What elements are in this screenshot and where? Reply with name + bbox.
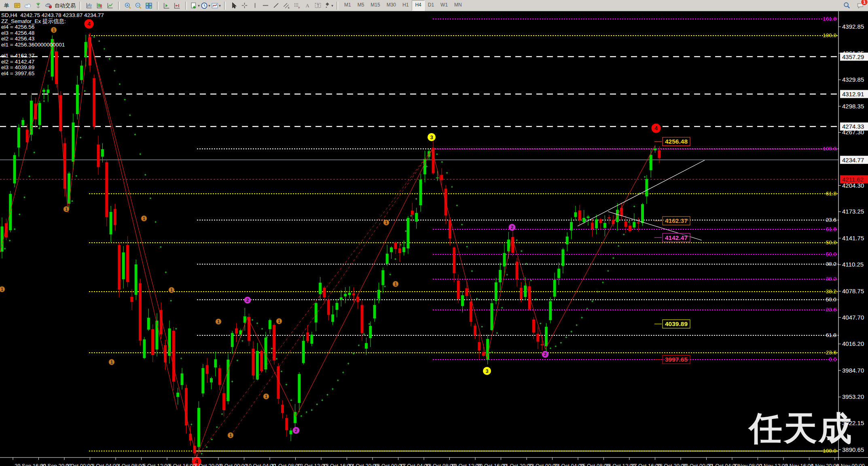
fibonacci-icon[interactable]: F: [292, 0, 302, 11]
autotrade-icon: [45, 2, 52, 9]
svg-text:3: 3: [485, 368, 488, 374]
timeframe-m1[interactable]: M1: [341, 0, 354, 11]
tile-windows-icon: [145, 2, 152, 9]
resistance-lines: [0, 57, 838, 127]
timeframe-m5[interactable]: M5: [354, 0, 368, 11]
svg-text:61.8: 61.8: [826, 226, 836, 232]
candles: [1, 33, 661, 456]
svg-text:1: 1: [217, 320, 220, 324]
timeframe-d1[interactable]: D1: [425, 0, 437, 11]
trendline-icon[interactable]: [271, 0, 281, 11]
svg-text:4211.62: 4211.62: [842, 176, 864, 183]
svg-text:E: E: [288, 6, 290, 9]
toolbar-group-scroll: [160, 0, 184, 11]
crosshair-icon[interactable]: [239, 0, 250, 11]
search-icon[interactable]: [841, 0, 852, 11]
time-axis[interactable]: 29 Sep 16:0030 Sep 20:002 Oct 00:003 Oct…: [13, 458, 865, 466]
timeframe-mn[interactable]: MN: [451, 0, 465, 11]
chart-info-overlay: SD,H4 4242.75 4243.78 4233.87 4234.77ZZ_…: [1, 13, 104, 76]
notifications-button[interactable]: 1: [855, 0, 866, 11]
price-axis[interactable]: 4392.854361.354329.854298.354267.304204.…: [0, 11, 868, 460]
toolbar-group-zoom: [121, 0, 155, 11]
svg-text:4039.89: 4039.89: [665, 320, 688, 327]
equidistant-channel-icon: E: [283, 2, 290, 9]
auto-scroll-icon: [163, 2, 170, 9]
svg-text:4016.20: 4016.20: [842, 340, 864, 347]
horizontal-line-icon[interactable]: [260, 0, 271, 11]
autotrade-label[interactable]: 自动交易: [54, 2, 76, 9]
svg-text:50.0: 50.0: [826, 239, 836, 246]
line-chart-icon: [107, 2, 114, 9]
zoom-in-icon[interactable]: [123, 0, 133, 11]
new-order-button[interactable]: 单: [1, 0, 12, 11]
timeframe-w1[interactable]: W1: [437, 0, 451, 11]
price-tag-labels: 4256.484162.374142.474039.893997.65: [654, 137, 690, 364]
arrows-shapes-icon: [324, 2, 331, 9]
cloud-icon: [24, 2, 31, 9]
horizontal-line-icon: [262, 2, 269, 9]
svg-text:100.0: 100.0: [823, 32, 836, 38]
svg-text:38.2: 38.2: [826, 288, 836, 294]
chart-shift-icon: [174, 2, 181, 9]
zigzag-lines: [0, 34, 655, 457]
chevron-down-icon: ▾: [208, 4, 210, 8]
text-icon: A: [304, 2, 311, 9]
info-line: el4 = 3997.65: [1, 71, 104, 77]
candlestick-chart-icon: [96, 2, 103, 9]
svg-text:50.0: 50.0: [826, 297, 836, 303]
svg-text:4110.25: 4110.25: [842, 261, 864, 268]
zoom-out-icon[interactable]: [133, 0, 144, 11]
journal-icon[interactable]: [12, 0, 22, 11]
fib-lines: [89, 19, 838, 451]
svg-text:1 Nov 08:00: 1 Nov 08:00: [734, 463, 762, 466]
svg-text:4 Oct 08:00: 4 Oct 08:00: [117, 463, 144, 466]
svg-text:3997.65: 3997.65: [665, 356, 688, 363]
svg-text:2 Nov 12:00: 2 Nov 12:00: [760, 463, 788, 466]
journal-icon: [14, 2, 21, 9]
equidistant-channel-icon[interactable]: E: [281, 0, 292, 11]
timeframe-h1[interactable]: H1: [399, 0, 412, 11]
svg-text:2: 2: [295, 428, 297, 433]
svg-text:23.6: 23.6: [826, 350, 836, 356]
new-chart-icon[interactable]: ▾: [190, 0, 200, 11]
info-line: el4 = 4256.56: [1, 24, 104, 30]
chevron-down-icon: ▾: [219, 4, 221, 8]
toolbar-separator: [79, 2, 81, 10]
bar-chart-icon[interactable]: [84, 0, 94, 11]
tile-windows-icon[interactable]: [144, 0, 154, 11]
candlestick-chart-icon[interactable]: [94, 0, 105, 11]
svg-text:1: 1: [1, 287, 3, 292]
arrows-shapes-icon[interactable]: ▾: [323, 0, 334, 11]
cloud-icon[interactable]: [22, 0, 33, 11]
toolbar-group-charttype: [83, 0, 116, 11]
info-line: el2 = 4142.47: [1, 59, 104, 65]
toolbar-separator: [118, 2, 120, 10]
indicators-icon[interactable]: ▾: [211, 0, 221, 11]
crosshair-icon: [241, 2, 248, 9]
notification-badge: 1: [861, 0, 868, 6]
cursor-icon[interactable]: [229, 0, 239, 11]
svg-text:4173.25: 4173.25: [842, 208, 864, 215]
svg-text:4357.29: 4357.29: [842, 53, 864, 60]
text-icon[interactable]: A: [302, 0, 313, 11]
cursor-icon: [231, 2, 237, 9]
svg-text:4329.85: 4329.85: [842, 76, 864, 83]
line-chart-icon[interactable]: [105, 0, 115, 11]
signal-icon[interactable]: [33, 0, 43, 11]
timeframe-m15[interactable]: M15: [367, 0, 383, 11]
period-clock-icon[interactable]: ▾: [200, 0, 211, 11]
chart-shift-icon[interactable]: [172, 0, 182, 11]
vertical-line-icon[interactable]: [250, 0, 260, 11]
timeframe-h4[interactable]: H4: [412, 0, 424, 11]
auto-scroll-icon[interactable]: [161, 0, 172, 11]
svg-text:23.6: 23.6: [826, 217, 836, 223]
svg-text:4078.75: 4078.75: [842, 288, 864, 294]
svg-text:0.0: 0.0: [829, 356, 836, 362]
timeframe-m30[interactable]: M30: [383, 0, 399, 11]
text-label-icon[interactable]: T: [313, 0, 323, 11]
info-line: el2 = 4256.43: [1, 36, 104, 42]
info-line: el3 = 4039.89: [1, 65, 104, 71]
autotrade-icon[interactable]: [43, 0, 54, 11]
chart-surface[interactable]: 4256.484162.374142.474039.893997.6511111…: [0, 0, 868, 466]
svg-text:23.6: 23.6: [826, 307, 836, 313]
